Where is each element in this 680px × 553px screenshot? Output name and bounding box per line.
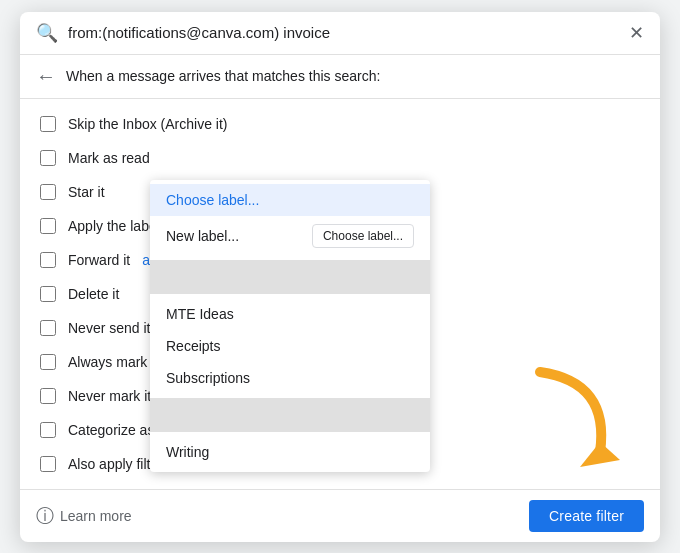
help-icon: ⓘ xyxy=(36,504,54,528)
search-bar: 🔍 from:(notifications@canva.com) invoice… xyxy=(20,12,660,55)
dropdown-divider-1 xyxy=(150,260,430,294)
subscriptions-label: Subscriptions xyxy=(166,370,250,386)
footer: ⓘ Learn more Create filter xyxy=(20,489,660,542)
search-icon: 🔍 xyxy=(36,22,58,44)
receipts-label: Receipts xyxy=(166,338,220,354)
delete-it-label[interactable]: Delete it xyxy=(68,286,119,302)
option-skip-inbox: Skip the Inbox (Archive it) xyxy=(20,107,660,141)
mte-ideas-label: MTE Ideas xyxy=(166,306,234,322)
option-mark-read: Mark as read xyxy=(20,141,660,175)
choose-label-text: Choose label... xyxy=(166,192,259,208)
skip-inbox-checkbox[interactable] xyxy=(40,116,56,132)
back-icon[interactable]: ← xyxy=(36,65,56,88)
dropdown-new-label[interactable]: New label... Choose label... xyxy=(150,216,430,256)
categorize-checkbox[interactable] xyxy=(40,422,56,438)
always-mark-checkbox[interactable] xyxy=(40,354,56,370)
mark-read-checkbox[interactable] xyxy=(40,150,56,166)
choose-label-btn[interactable]: Choose label... xyxy=(312,224,414,248)
star-it-checkbox[interactable] xyxy=(40,184,56,200)
never-mark-checkbox[interactable] xyxy=(40,388,56,404)
writing-label: Writing xyxy=(166,444,209,460)
skip-inbox-label[interactable]: Skip the Inbox (Archive it) xyxy=(68,116,228,132)
star-it-label[interactable]: Star it xyxy=(68,184,105,200)
forward-it-checkbox[interactable] xyxy=(40,252,56,268)
learn-more-text: Learn more xyxy=(60,508,132,524)
delete-it-checkbox[interactable] xyxy=(40,286,56,302)
dropdown-writing[interactable]: Writing xyxy=(150,436,430,468)
search-query: from:(notifications@canva.com) invoice xyxy=(68,24,619,41)
dropdown-subscriptions[interactable]: Subscriptions xyxy=(150,362,430,394)
learn-more[interactable]: ⓘ Learn more xyxy=(36,504,132,528)
subheader: ← When a message arrives that matches th… xyxy=(20,55,660,99)
filter-dialog: 🔍 from:(notifications@canva.com) invoice… xyxy=(20,12,660,542)
dropdown-choose-label[interactable]: Choose label... xyxy=(150,184,430,216)
new-label-text: New label... xyxy=(166,228,239,244)
never-send-checkbox[interactable] xyxy=(40,320,56,336)
create-filter-button[interactable]: Create filter xyxy=(529,500,644,532)
dropdown-mte-ideas[interactable]: MTE Ideas xyxy=(150,298,430,330)
close-icon[interactable]: ✕ xyxy=(629,22,644,44)
also-apply-checkbox[interactable] xyxy=(40,456,56,472)
dropdown-divider-2 xyxy=(150,398,430,432)
subheader-text: When a message arrives that matches this… xyxy=(66,68,380,84)
apply-label-checkbox[interactable] xyxy=(40,218,56,234)
dropdown-receipts[interactable]: Receipts xyxy=(150,330,430,362)
mark-read-label[interactable]: Mark as read xyxy=(68,150,150,166)
label-dropdown: Choose label... New label... Choose labe… xyxy=(150,180,430,472)
